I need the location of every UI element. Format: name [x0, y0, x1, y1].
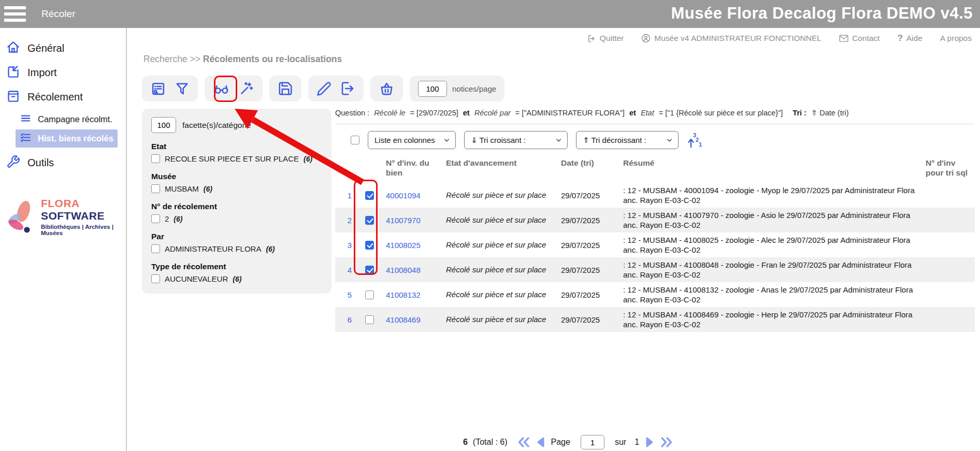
user-account-link[interactable]: Musée v4 ADMINISTRATEUR FONCTIONNEL [641, 34, 822, 43]
wrench-icon [6, 155, 20, 171]
row-checkbox[interactable] [365, 315, 374, 324]
facet-checkbox[interactable] [151, 154, 160, 163]
row-checkbox[interactable] [365, 290, 374, 299]
page: Récoler Musée Flora Decalog Flora DEMO v… [0, 0, 980, 451]
view-results-button[interactable] [213, 80, 230, 97]
flora-petals-icon [5, 193, 38, 240]
edit-button[interactable] [316, 81, 332, 96]
results-list-button[interactable] [150, 81, 166, 97]
basket-icon [379, 81, 395, 97]
row-checkbox[interactable] [365, 191, 374, 200]
filter-button[interactable] [175, 81, 190, 96]
etat-avancement-cell: Récolé sur pièce et sur place [446, 213, 557, 227]
col-header-resume: Résumé [623, 158, 921, 183]
row-number-link[interactable]: 5 [335, 290, 353, 299]
facet-checkbox[interactable] [151, 214, 160, 223]
notices-per-page-label: notices/page [452, 84, 496, 93]
sidebar-item-import[interactable]: Import [0, 61, 126, 85]
facet-option[interactable]: RECOLE SUR PIECE ET SUR PLACE (6) [151, 154, 322, 163]
inventory-number-link[interactable]: 41008048 [386, 266, 442, 274]
facet-checkbox[interactable] [151, 244, 160, 253]
facet-group-title: Par [151, 232, 322, 241]
sur-label: sur [615, 438, 626, 447]
list-icon [20, 112, 32, 126]
row-number-link[interactable]: 1 [335, 191, 353, 200]
prev-page-button[interactable] [536, 437, 546, 448]
sidebar-item-recolement[interactable]: Récolement [0, 85, 126, 109]
sort-ascending-select[interactable]: ⇓ Tri croissant : [464, 131, 568, 149]
pencil-icon [316, 81, 332, 96]
export-button[interactable] [340, 81, 355, 96]
row-checkbox[interactable] [365, 266, 374, 274]
facet-option[interactable]: ADMINISTRATEUR FLORA (6) [151, 244, 322, 253]
row-number-link[interactable]: 3 [335, 241, 353, 250]
next-page-button[interactable] [644, 437, 655, 448]
date-cell: 29/07/2025 [561, 290, 619, 299]
table-row: 2 41007970 Récolé sur pièce et sur place… [335, 208, 975, 232]
table-row: 6 41008469 Récolé sur pièce et sur place… [335, 307, 975, 332]
sidebar-item-outils[interactable]: Outils [0, 151, 126, 175]
basket-button[interactable] [379, 81, 395, 97]
facet-option[interactable]: AUCUNEVALEUR (6) [151, 274, 322, 283]
save-button[interactable] [278, 81, 293, 96]
inventory-number-link[interactable]: 41008132 [386, 290, 442, 299]
facet-group: Etat RECOLE SUR PIECE ET SUR PLACE (6) [151, 142, 322, 163]
facet-panel: facette(s)/catégorie Etat RECOLE SUR PIE… [142, 109, 332, 294]
etat-avancement-cell: Récolé sur pièce et sur place [446, 188, 557, 202]
page-number-input[interactable] [581, 435, 604, 449]
sidebar-item-hist-biens-recoles[interactable]: Hist. biens récolés [16, 129, 118, 148]
row-checkbox[interactable] [365, 241, 374, 250]
sidebar-item-general[interactable]: Général [0, 36, 126, 61]
app-title: Récoler [41, 8, 75, 20]
sort-descending-select[interactable]: ⇑ Tri décroissant : [576, 131, 679, 149]
table-row: 5 41008132 Récolé sur pièce et sur place… [335, 282, 975, 307]
page-label: Page [551, 438, 570, 447]
inventory-number-link[interactable]: 41008025 [386, 241, 442, 250]
facet-option[interactable]: MUSBAM (6) [151, 184, 322, 193]
col-header-date: Date (tri) [561, 158, 619, 183]
row-number-link[interactable]: 2 [335, 216, 353, 225]
quitter-link[interactable]: Quitter [587, 34, 624, 43]
row-checkbox[interactable] [365, 216, 374, 225]
sidebar-item-campagne[interactable]: Campagne récolmt. [16, 110, 118, 128]
help-icon: ? [897, 33, 902, 43]
sidebar: Général Import Récolement Campagne récol… [0, 28, 127, 451]
facet-checkbox[interactable] [151, 184, 160, 193]
list-controls: Liste en colonnes ⇓ Tri croissant : ⇑ Tr… [335, 131, 975, 149]
row-number-link[interactable]: 6 [335, 315, 353, 324]
date-cell: 29/07/2025 [561, 315, 619, 324]
menu-icon[interactable] [4, 6, 26, 22]
inventory-number-link[interactable]: 41008469 [386, 315, 442, 324]
facet-group-title: N° de récolement [151, 202, 322, 211]
apropos-link[interactable]: A propos [940, 34, 972, 43]
table-row: 4 41008048 Récolé sur pièce et sur place… [335, 257, 975, 282]
facet-option[interactable]: 2 (6) [151, 214, 322, 223]
resume-cell: : 12 - MUSBAM - 41008048 - zoologie - Fr… [623, 258, 921, 282]
facet-group: N° de récolement 2 (6) [151, 202, 322, 223]
contact-link[interactable]: Contact [839, 34, 880, 43]
aide-link[interactable]: ? Aide [897, 33, 922, 43]
checklist-icon [20, 132, 32, 146]
resume-cell: : 12 - MUSBAM - 41008025 - zoologie - Al… [623, 233, 921, 257]
table-row: 1 40001094 Récolé sur pièce et sur place… [335, 183, 975, 208]
chevron-down-icon [443, 137, 450, 143]
notices-per-page-input[interactable] [418, 81, 447, 97]
view-mode-select[interactable]: Liste en colonnes [368, 131, 456, 149]
select-all-checkbox[interactable] [351, 136, 359, 144]
facet-count-input[interactable] [151, 117, 176, 133]
first-page-button[interactable] [517, 436, 530, 448]
facet-group-title: Type de récolement [151, 262, 322, 271]
chevron-down-icon [555, 137, 562, 143]
facet-checkbox[interactable] [151, 274, 160, 283]
magic-wand-icon [238, 81, 254, 97]
facet-count-label: facette(s)/catégorie [182, 121, 251, 130]
last-page-button[interactable] [660, 436, 673, 448]
double-chevron-right-icon [660, 436, 673, 448]
col-header-etat: Etat d'avancement [446, 158, 557, 183]
inventory-number-link[interactable]: 40001094 [386, 191, 442, 200]
row-number-link[interactable]: 4 [335, 266, 353, 274]
facet-group-title: Musée [151, 172, 322, 181]
inventory-number-link[interactable]: 41007970 [386, 216, 442, 225]
magic-wand-button[interactable] [238, 81, 254, 97]
sort-numeric-icon[interactable]: 3 2 1 [687, 132, 702, 149]
